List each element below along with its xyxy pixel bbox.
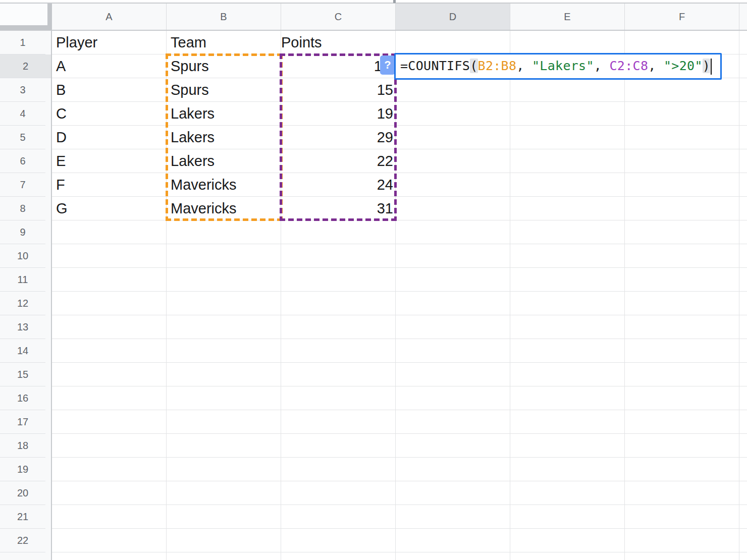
formula-help-button[interactable]: ? — [380, 55, 395, 75]
cell-a7[interactable]: F — [56, 173, 163, 197]
cell-b1[interactable]: Team — [171, 31, 278, 54]
cell-a4[interactable]: C — [56, 102, 163, 126]
cell-b5[interactable]: Lakers — [171, 126, 278, 149]
cell-b8[interactable]: Mavericks — [171, 197, 278, 220]
cell-b6[interactable]: Lakers — [171, 149, 278, 173]
cell-b3[interactable]: Spurs — [171, 78, 278, 102]
cell-a1[interactable]: Player — [56, 31, 163, 54]
row-header-10[interactable]: 10 — [0, 244, 45, 268]
cell-a3[interactable]: B — [56, 78, 163, 102]
table-row: D Lakers 29 — [0, 126, 747, 149]
row-header-18[interactable]: 18 — [0, 434, 45, 458]
formula-token: ">20" — [664, 59, 703, 73]
formula-text: =COUNTIFS(B2:B8, "Lakers", C2:C8, ">20") — [400, 59, 712, 75]
cell-editor-d2[interactable]: =COUNTIFS(B2:B8, "Lakers", C2:C8, ">20") — [394, 53, 722, 80]
cell-c7[interactable]: 24 — [281, 173, 393, 197]
table-row: B Spurs 15 — [0, 78, 747, 102]
column-header-f[interactable]: F — [625, 4, 739, 30]
formula-token: , — [594, 59, 610, 73]
column-boundary-tick — [393, 0, 396, 3]
row-header-22[interactable]: 22 — [0, 529, 45, 552]
cell-a5[interactable]: D — [56, 126, 163, 149]
row-header-21[interactable]: 21 — [0, 505, 45, 529]
formula-token: =COUNTIFS — [400, 59, 470, 73]
cell-c1[interactable]: Points — [281, 31, 393, 54]
table-row: E Lakers 22 — [0, 149, 747, 173]
row-header-17[interactable]: 17 — [0, 410, 45, 434]
row-header-23[interactable]: 23 — [0, 552, 45, 560]
cell-c8[interactable]: 31 — [281, 197, 393, 220]
row-header-11[interactable]: 11 — [0, 268, 45, 292]
row-header-9[interactable]: 9 — [0, 220, 45, 244]
formula-token: B2:B8 — [478, 59, 517, 73]
column-header-filler — [739, 4, 747, 30]
cell-b4[interactable]: Lakers — [171, 102, 278, 126]
corner-bottom-bar — [0, 25, 52, 30]
select-all-corner[interactable] — [0, 4, 52, 30]
row-header-14[interactable]: 14 — [0, 339, 45, 363]
row-header-13[interactable]: 13 — [0, 315, 45, 339]
formula-token: , — [516, 59, 532, 73]
table-row: G Mavericks 31 — [0, 197, 747, 220]
formula-token: ( — [470, 59, 477, 73]
cell-a6[interactable]: E — [56, 149, 163, 173]
row-header-19[interactable]: 19 — [0, 458, 45, 481]
table-row: F Mavericks 24 — [0, 173, 747, 197]
formula-token: "Lakers" — [532, 59, 594, 73]
row-header-15[interactable]: 15 — [0, 363, 45, 386]
formula-token: C2:C8 — [610, 59, 649, 73]
formula-token: ) — [703, 59, 710, 73]
cell-b2[interactable]: Spurs — [171, 54, 278, 78]
cell-c3[interactable]: 15 — [281, 78, 393, 102]
column-header-row: A B C D E F — [52, 4, 747, 30]
row-header-20[interactable]: 20 — [0, 481, 45, 505]
formula-token: , — [648, 59, 664, 73]
column-header-d[interactable]: D — [396, 4, 510, 30]
column-header-e[interactable]: E — [510, 4, 625, 30]
cell-b7[interactable]: Mavericks — [171, 173, 278, 197]
table-row: C Lakers 19 — [0, 102, 747, 126]
text-cursor — [711, 59, 712, 75]
column-header-a[interactable]: A — [52, 4, 167, 30]
cell-a2[interactable]: A — [56, 54, 163, 78]
row-header-16[interactable]: 16 — [0, 386, 45, 410]
column-header-b[interactable]: B — [167, 4, 281, 30]
row-header-12[interactable]: 12 — [0, 292, 45, 315]
table-row: Player Team Points — [0, 31, 747, 54]
column-header-c[interactable]: C — [281, 4, 396, 30]
cell-c2[interactable]: 1 — [281, 54, 382, 78]
cell-c6[interactable]: 22 — [281, 149, 393, 173]
cell-a8[interactable]: G — [56, 197, 163, 220]
corner-right-bar — [47, 4, 52, 25]
cell-c5[interactable]: 29 — [281, 126, 393, 149]
cell-c4[interactable]: 19 — [281, 102, 393, 126]
